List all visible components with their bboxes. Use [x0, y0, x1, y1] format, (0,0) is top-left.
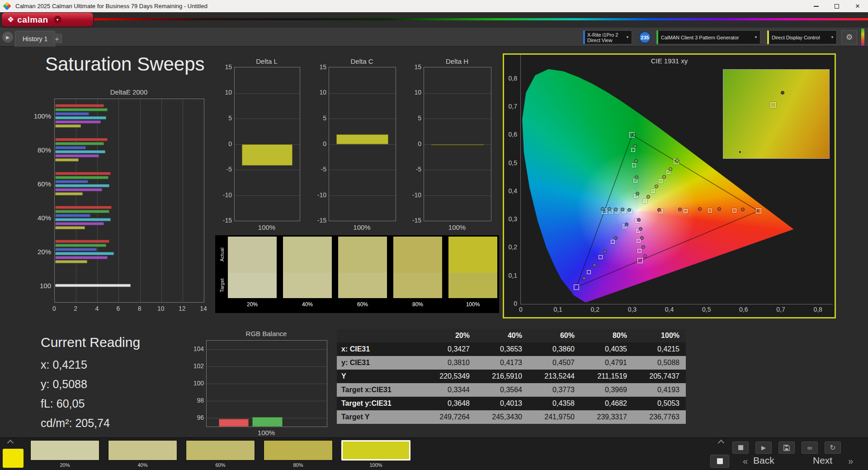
tick-label: 0,1: [504, 272, 517, 279]
deltae-bar: [55, 104, 104, 107]
deltae-bar: [55, 214, 90, 217]
chevron-down-icon: ▼: [623, 35, 632, 39]
deltae-bar: [55, 284, 131, 287]
pattern-generator-dropdown[interactable]: CalMAN Client 3 Pattern Generator ▼: [656, 30, 760, 44]
swatch-column-label: 80%: [393, 298, 442, 311]
add-tab-button[interactable]: +: [52, 33, 62, 43]
deltae-bar: [55, 154, 99, 157]
save-icon: [783, 445, 790, 451]
table-row: x: CIE310,34270,36530,38600,40350,4215: [337, 342, 686, 356]
stop-button[interactable]: [732, 442, 749, 454]
tick-label: -10: [215, 191, 232, 199]
tick-label: 8: [134, 305, 145, 312]
close-button[interactable]: ✕: [847, 0, 868, 12]
swatch-column-label: 60%: [338, 298, 387, 311]
row-label: Target y:CIE31: [337, 399, 424, 408]
cie-target-marker: [611, 240, 615, 244]
tick-label: 0: [215, 140, 232, 147]
swatch-level-label: 40%: [108, 461, 177, 469]
delta-l-chart-title: Delta L: [234, 57, 299, 65]
gridline: [329, 195, 396, 196]
cie-target-marker: [632, 163, 636, 167]
logo-caret-icon[interactable]: ▼: [54, 16, 61, 24]
cie-measured-marker: [717, 207, 721, 211]
refresh-button[interactable]: ↻: [825, 442, 841, 454]
row-label: Y: [337, 372, 424, 380]
tick-label: 0,8: [504, 75, 517, 82]
continuous-measure-button[interactable]: ∞: [802, 442, 818, 454]
display-control-label: Direct Display Control: [772, 35, 820, 40]
tick-label: 0,7: [504, 103, 517, 110]
deltae-bar: [55, 124, 81, 128]
next-button[interactable]: Next: [813, 455, 832, 466]
tab-history-1[interactable]: History 1: [15, 31, 55, 47]
table-cell: 236,7763: [633, 413, 686, 421]
cie-target-marker: [708, 209, 712, 213]
calman-logo-text: calman: [17, 15, 48, 25]
swatch-color: [108, 440, 177, 461]
tick-label: 96: [187, 414, 204, 421]
level-swatch-80%[interactable]: 80%: [264, 440, 333, 469]
tick-label: 0,2: [504, 243, 517, 251]
level-swatch-20%[interactable]: 20%: [30, 440, 99, 469]
next-arrow-icon[interactable]: »: [848, 456, 853, 466]
spectrum-strip: [94, 18, 868, 20]
cie-measured-marker: [678, 208, 682, 211]
table-cell: 0,3653: [476, 345, 528, 353]
level-swatch-60%[interactable]: 60%: [186, 440, 255, 469]
cie-measured-marker: [601, 207, 604, 211]
tick-label: 14: [198, 305, 209, 312]
play-button[interactable]: ▶: [755, 442, 772, 454]
cie-measured-marker: [635, 176, 638, 179]
cie-measured-marker: [614, 236, 618, 240]
deltae-group: 40%: [55, 200, 204, 234]
table-cell: 245,3430: [476, 413, 528, 421]
table-cell: 0,4035: [581, 345, 633, 353]
deltae-bar: [55, 192, 83, 195]
table-cell: 0,3810: [424, 359, 476, 367]
cie-target-marker: [637, 258, 643, 263]
red-balance-bar: [219, 419, 249, 427]
cie-measured-marker: [639, 227, 642, 231]
save-button[interactable]: [778, 442, 795, 454]
cie-measured-marker: [643, 254, 647, 258]
chevron-up-icon-right[interactable]: [718, 439, 724, 445]
tab-scroll-icon: ▶: [6, 35, 9, 40]
gear-icon: ⚙: [846, 33, 853, 42]
deltae-chart-title: DeltaE 2000: [70, 88, 188, 96]
table-cell: 0,4013: [476, 399, 528, 408]
gridline: [235, 93, 300, 94]
layout-button[interactable]: [710, 455, 729, 468]
deltae-bar: [55, 244, 106, 247]
meter-status-badge[interactable]: 235: [639, 31, 651, 43]
chevron-up-icon-left[interactable]: [7, 439, 14, 445]
level-swatch-100%[interactable]: 100%: [341, 440, 410, 469]
target-swatch: [228, 273, 277, 298]
settings-button[interactable]: ⚙: [841, 30, 857, 44]
meter-dropdown[interactable]: X-Rite i1Pro 2 Direct View ▼: [583, 30, 632, 44]
swatch-column-label: 20%: [228, 298, 277, 311]
deltae-bar: [55, 112, 89, 115]
back-button[interactable]: Back: [753, 455, 774, 466]
table-row: Y220,5349216,5910213,5244211,1519205,743…: [337, 370, 686, 383]
back-arrow-icon[interactable]: «: [743, 456, 748, 466]
cie-inset-zoom: [723, 69, 830, 159]
current-reading-title: Current Reading: [41, 335, 140, 350]
table-cell: 0,3969: [581, 386, 633, 394]
maximize-button[interactable]: [826, 0, 847, 12]
gridline: [97, 99, 98, 302]
deltae-bar: [55, 142, 104, 145]
row-label: Target Y: [337, 413, 424, 421]
column-header: 100%: [633, 332, 686, 340]
tick-label: 102: [187, 362, 204, 370]
target-swatch: [393, 273, 442, 298]
level-swatch-40%[interactable]: 40%: [108, 440, 177, 469]
delta-c-chart-title: Delta C: [329, 57, 395, 65]
cie-measured-marker: [640, 236, 644, 240]
display-control-dropdown[interactable]: Direct Display Control ▼: [767, 30, 837, 44]
deltae-bar: [55, 218, 111, 221]
tab-scroll-button[interactable]: ▶: [2, 32, 13, 43]
calman-logo[interactable]: ❖ calman ▼: [2, 13, 93, 27]
minimize-button[interactable]: [806, 0, 826, 12]
window-controls: ✕: [806, 0, 868, 12]
